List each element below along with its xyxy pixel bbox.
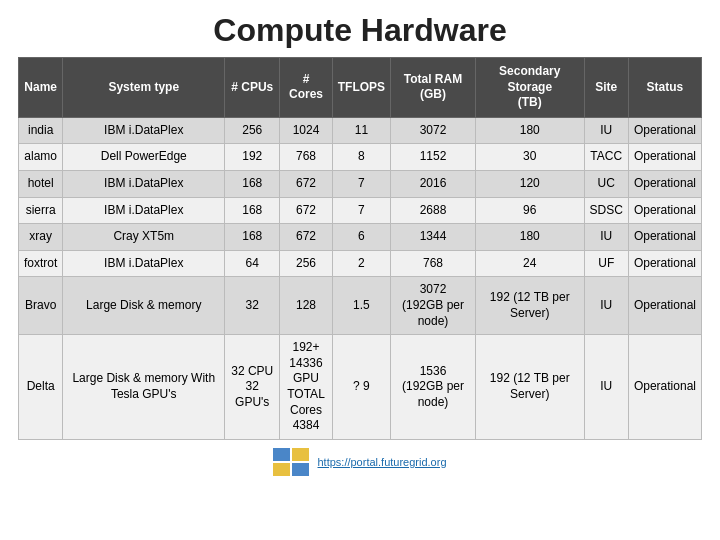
- table-cell: UC: [584, 170, 628, 197]
- table-cell: 120: [475, 170, 584, 197]
- table-cell: Large Disk & memory: [63, 277, 225, 335]
- table-cell: Operational: [628, 250, 701, 277]
- table-cell: 256: [280, 250, 332, 277]
- table-cell: hotel: [19, 170, 63, 197]
- page-title: Compute Hardware: [0, 0, 720, 57]
- table-cell: 24: [475, 250, 584, 277]
- table-row: DeltaLarge Disk & memory With Tesla GPU'…: [19, 335, 702, 440]
- table-cell: 2016: [391, 170, 476, 197]
- col-header-system-type: System type: [63, 58, 225, 118]
- table-header-row: Name System type # CPUs # Cores TFLOPS T…: [19, 58, 702, 118]
- table-row: BravoLarge Disk & memory321281.53072 (19…: [19, 277, 702, 335]
- table-cell: IU: [584, 277, 628, 335]
- futuregrid-logo: [273, 448, 309, 476]
- table-row: foxtrotIBM i.DataPlex64256276824UFOperat…: [19, 250, 702, 277]
- table-row: hotelIBM i.DataPlex16867272016120UCOpera…: [19, 170, 702, 197]
- table-cell: SDSC: [584, 197, 628, 224]
- table-row: xrayCray XT5m16867261344180IUOperational: [19, 224, 702, 251]
- table-cell: IBM i.DataPlex: [63, 250, 225, 277]
- table-cell: 1152: [391, 144, 476, 171]
- table-cell: 3072 (192GB per node): [391, 277, 476, 335]
- table-cell: Bravo: [19, 277, 63, 335]
- table-cell: IBM i.DataPlex: [63, 117, 225, 144]
- table-row: indiaIBM i.DataPlex2561024113072180IUOpe…: [19, 117, 702, 144]
- col-header-site: Site: [584, 58, 628, 118]
- table-cell: xray: [19, 224, 63, 251]
- table-cell: 192: [225, 144, 280, 171]
- footer: https://portal.futuregrid.org: [0, 440, 720, 480]
- table-cell: Operational: [628, 117, 701, 144]
- compute-hardware-table: Name System type # CPUs # Cores TFLOPS T…: [18, 57, 702, 440]
- table-cell: IU: [584, 224, 628, 251]
- table-cell: 7: [332, 197, 390, 224]
- col-header-cpus: # CPUs: [225, 58, 280, 118]
- table-cell: 30: [475, 144, 584, 171]
- table-cell: 1024: [280, 117, 332, 144]
- table-cell: 256: [225, 117, 280, 144]
- table-cell: 192+ 14336 GPU TOTAL Cores 4384: [280, 335, 332, 440]
- table-cell: 3072: [391, 117, 476, 144]
- table-container: Name System type # CPUs # Cores TFLOPS T…: [0, 57, 720, 440]
- table-cell: Operational: [628, 144, 701, 171]
- table-cell: IU: [584, 117, 628, 144]
- table-cell: 1.5: [332, 277, 390, 335]
- col-header-status: Status: [628, 58, 701, 118]
- table-row: sierraIBM i.DataPlex1686727268896SDSCOpe…: [19, 197, 702, 224]
- table-cell: 11: [332, 117, 390, 144]
- table-cell: 128: [280, 277, 332, 335]
- col-header-cores: # Cores: [280, 58, 332, 118]
- table-cell: IU: [584, 335, 628, 440]
- table-cell: UF: [584, 250, 628, 277]
- table-cell: 6: [332, 224, 390, 251]
- logo-quadrant-tl: [273, 448, 290, 461]
- table-cell: 2688: [391, 197, 476, 224]
- table-cell: 32 CPU 32 GPU's: [225, 335, 280, 440]
- table-cell: Dell PowerEdge: [63, 144, 225, 171]
- footer-link[interactable]: https://portal.futuregrid.org: [317, 456, 446, 468]
- table-cell: Large Disk & memory With Tesla GPU's: [63, 335, 225, 440]
- table-cell: 192 (12 TB per Server): [475, 335, 584, 440]
- table-cell: 168: [225, 197, 280, 224]
- col-header-ram: Total RAM(GB): [391, 58, 476, 118]
- table-cell: IBM i.DataPlex: [63, 170, 225, 197]
- table-cell: Cray XT5m: [63, 224, 225, 251]
- table-cell: TACC: [584, 144, 628, 171]
- table-cell: Operational: [628, 335, 701, 440]
- table-cell: 2: [332, 250, 390, 277]
- table-cell: 672: [280, 197, 332, 224]
- table-cell: 168: [225, 224, 280, 251]
- table-cell: Operational: [628, 197, 701, 224]
- col-header-tflops: TFLOPS: [332, 58, 390, 118]
- table-cell: sierra: [19, 197, 63, 224]
- table-cell: 1344: [391, 224, 476, 251]
- table-cell: IBM i.DataPlex: [63, 197, 225, 224]
- table-cell: india: [19, 117, 63, 144]
- table-cell: 32: [225, 277, 280, 335]
- table-cell: Delta: [19, 335, 63, 440]
- table-cell: 768: [391, 250, 476, 277]
- table-cell: Operational: [628, 277, 701, 335]
- table-cell: Operational: [628, 170, 701, 197]
- table-cell: 1536 (192GB per node): [391, 335, 476, 440]
- table-cell: 168: [225, 170, 280, 197]
- table-cell: 7: [332, 170, 390, 197]
- table-cell: 8: [332, 144, 390, 171]
- table-cell: foxtrot: [19, 250, 63, 277]
- logo-quadrant-br: [292, 463, 309, 476]
- table-cell: ? 9: [332, 335, 390, 440]
- col-header-name: Name: [19, 58, 63, 118]
- table-cell: 672: [280, 224, 332, 251]
- table-cell: 192 (12 TB per Server): [475, 277, 584, 335]
- table-cell: Operational: [628, 224, 701, 251]
- table-cell: 96: [475, 197, 584, 224]
- table-cell: 180: [475, 224, 584, 251]
- table-cell: 768: [280, 144, 332, 171]
- table-cell: alamo: [19, 144, 63, 171]
- table-row: alamoDell PowerEdge1927688115230TACCOper…: [19, 144, 702, 171]
- logo-quadrant-bl: [273, 463, 290, 476]
- table-cell: 180: [475, 117, 584, 144]
- table-cell: 64: [225, 250, 280, 277]
- table-cell: 672: [280, 170, 332, 197]
- col-header-storage: SecondaryStorage(TB): [475, 58, 584, 118]
- logo-quadrant-tr: [292, 448, 309, 461]
